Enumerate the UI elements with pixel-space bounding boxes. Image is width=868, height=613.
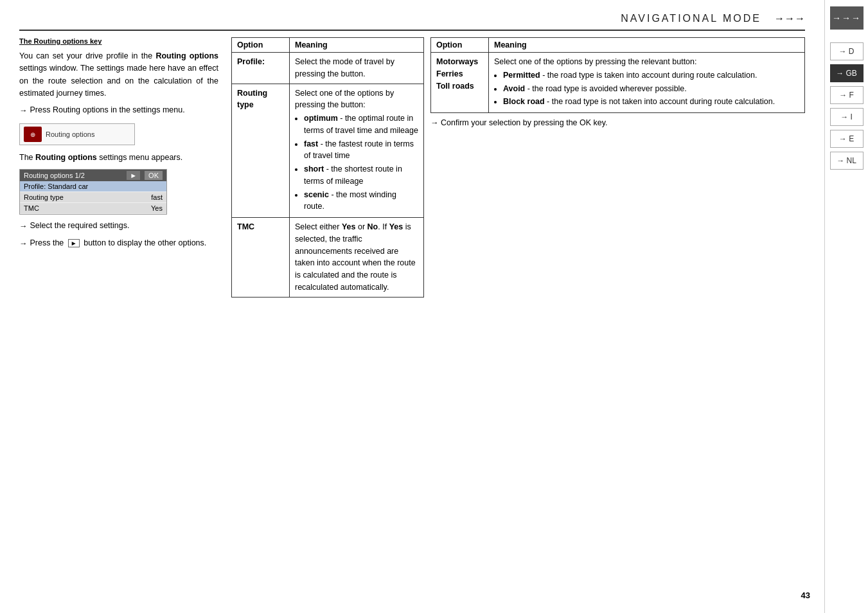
table-cell-tmc-meaning: Select either Yes or No. If Yes is selec…	[290, 218, 424, 298]
sidebar-link-f[interactable]: → F	[830, 86, 864, 104]
routing-options-box: ⊕ Routing options	[19, 123, 135, 145]
svg-text:⊕: ⊕	[30, 131, 35, 138]
section-heading: The Routing options key	[19, 37, 218, 45]
intro-text-pre: You can set your drive profile in the	[19, 51, 152, 60]
sidebar-link-e[interactable]: → E	[830, 130, 864, 148]
arrow3-post: button to display the other options.	[84, 238, 206, 247]
body-layout: The Routing options key You can set your…	[19, 37, 805, 298]
table-row-tmc: TMC Select either Yes or No. If Yes is s…	[232, 218, 424, 298]
menu-ok-button[interactable]: OK	[145, 171, 163, 180]
table-cell-tmc-option: TMC	[232, 218, 290, 298]
confirm-ok-bold: OK	[580, 118, 591, 127]
sidebar: →→→ → D → GB → F → I → E → NL	[824, 0, 868, 613]
table-right: Option Meaning Motorways Ferries Toll ro…	[430, 37, 805, 113]
table-cell-routing-meaning: Select one of the options by pressing th…	[290, 84, 424, 218]
table-cell-road-meaning: Select one of the options by pressing th…	[489, 53, 805, 113]
menu-row-routing[interactable]: Routing type fast	[20, 192, 166, 202]
arrow3-pre: Press the	[30, 238, 64, 247]
appears-bold: Routing options	[35, 153, 97, 162]
table-left-header-option: Option	[232, 38, 290, 53]
sidebar-link-i[interactable]: → I	[830, 108, 864, 126]
confirm-arrow: →	[430, 118, 439, 127]
page-number: 43	[801, 591, 810, 600]
page: →→→ → D → GB → F → I → E → NL NAVIGATION…	[0, 0, 868, 613]
arrow-symbol-3: →	[19, 238, 28, 250]
arrow-item-2: → Select the required settings.	[19, 220, 218, 233]
arrow-item-1: → Press Routing options in the settings …	[19, 104, 218, 117]
arrow1-bold: Routing options	[53, 105, 109, 114]
left-column: The Routing options key You can set your…	[19, 37, 218, 298]
menu-routing-value: fast	[151, 193, 163, 201]
arrow1-text: Press Routing options in the settings me…	[30, 104, 185, 116]
confirm-note-pre: Confirm your selection by pressing the	[439, 118, 580, 127]
table-row-profile: Profile: Select the mode of travel by pr…	[232, 53, 424, 84]
arrow3-text: Press the ► button to display the other …	[30, 237, 207, 249]
table-cell-profile-meaning: Select the mode of travel by pressing th…	[290, 53, 424, 84]
table-cell-routing-option: Routing type	[232, 84, 290, 218]
table-right-wrapper: Option Meaning Motorways Ferries Toll ro…	[430, 37, 805, 298]
table-left-wrapper: Option Meaning Profile: Select the mode …	[231, 37, 424, 298]
appears-text: The Routing options settings menu appear…	[19, 152, 218, 164]
routing-label: Routing options	[46, 130, 94, 138]
page-title: NAVIGATIONAL MODE	[621, 13, 761, 24]
road-type-bullets: Permitted - the road type is taken into …	[503, 69, 799, 108]
menu-row-profile[interactable]: Profile: Standard car	[20, 181, 166, 191]
sidebar-link-d[interactable]: → D	[830, 42, 864, 60]
tmc-option-label: TMC	[237, 222, 254, 231]
menu-row-tmc[interactable]: TMC Yes	[20, 203, 166, 213]
sidebar-link-gb[interactable]: → GB	[830, 64, 864, 82]
routing-icon: ⊕	[24, 127, 42, 142]
menu-title: Routing options 1/2	[24, 172, 85, 179]
arrow2-text: Select the required settings.	[30, 220, 130, 232]
main-content: NAVIGATIONAL MODE →→→ The Routing option…	[0, 0, 824, 613]
table-right-header-option: Option	[431, 38, 489, 53]
bullet-avoid: Avoid - the road type is avoided whereve…	[503, 83, 799, 95]
arrow3-button-icon: ►	[68, 239, 80, 247]
bullet-optimum: optimum - the optimal route in terms of …	[304, 112, 418, 137]
table-left-header-meaning: Meaning	[290, 38, 424, 53]
table-right-header-meaning: Meaning	[489, 38, 805, 53]
appears-post: settings menu appears.	[97, 153, 182, 162]
table-cell-road-options: Motorways Ferries Toll roads	[431, 53, 489, 113]
bullet-block: Block road - the road type is not taken …	[503, 96, 799, 108]
bullet-scenic: scenic - the most winding route.	[304, 189, 418, 213]
profile-option-label: Profile:	[237, 57, 265, 66]
intro-bold: Routing options	[155, 51, 218, 60]
confirm-note-post: key.	[591, 118, 607, 127]
routing-type-label: Routing type	[237, 89, 267, 110]
routing-bullets: optimum - the optimal route in terms of …	[304, 112, 418, 213]
table-cell-profile-option: Profile:	[232, 53, 290, 84]
intro-text2: settings window. The settings made here …	[19, 64, 218, 98]
sidebar-link-nl[interactable]: → NL	[830, 152, 864, 170]
arrow1-pre: Press	[30, 105, 53, 114]
menu-screenshot: Routing options 1/2 ► OK Profile: Standa…	[19, 169, 167, 215]
arrow-symbol-1: →	[19, 105, 28, 117]
motorways-label: Motorways	[436, 57, 478, 66]
menu-arrow-button[interactable]: ►	[127, 171, 140, 180]
ferries-label: Ferries	[436, 69, 463, 78]
bullet-fast: fast - the fastest route in terms of tra…	[304, 138, 418, 163]
routing-meaning-intro: Select one of the options by pressing th…	[295, 89, 394, 110]
page-header: NAVIGATIONAL MODE →→→	[19, 13, 805, 31]
arrow-symbol-2: →	[19, 220, 28, 233]
sidebar-arrows-header: →→→	[830, 6, 864, 30]
table-left: Option Meaning Profile: Select the mode …	[231, 37, 424, 298]
table-row-road-types: Motorways Ferries Toll roads Select one …	[431, 53, 805, 113]
bullet-short: short - the shortest route in terms of m…	[304, 163, 418, 188]
menu-routing-label: Routing type	[24, 193, 64, 201]
appears-pre: The	[19, 153, 35, 162]
table-row-routing-type: Routing type Select one of the options b…	[232, 84, 424, 218]
header-arrows: →→→	[774, 13, 805, 24]
intro-paragraph: You can set your drive profile in the Ro…	[19, 50, 218, 100]
toll-roads-label: Toll roads	[436, 82, 474, 91]
menu-title-row: Routing options 1/2 ► OK	[20, 170, 166, 181]
menu-tmc-value: Yes	[151, 204, 163, 212]
menu-tmc-label: TMC	[24, 204, 39, 212]
confirm-note: → Confirm your selection by pressing the…	[430, 117, 805, 129]
bullet-permitted: Permitted - the road type is taken into …	[503, 69, 799, 82]
arrow-item-3: → Press the ► button to display the othe…	[19, 237, 218, 250]
arrow1-post: in the settings menu.	[109, 105, 185, 114]
right-column: Option Meaning Profile: Select the mode …	[231, 37, 805, 298]
